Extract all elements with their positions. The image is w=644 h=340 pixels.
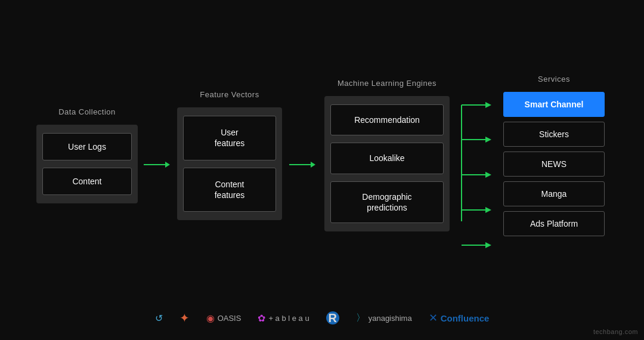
arrow-line-2: [289, 164, 311, 165]
svg-marker-4: [485, 137, 491, 143]
col-services: Services Smart Channel Stickers NEWS Man…: [494, 75, 614, 236]
logo-text-tableau: + a b l e a u: [268, 314, 309, 323]
arrow-line-1: [144, 164, 165, 165]
logo-icon-2: ✦: [179, 311, 190, 325]
data-collection-label: Data Collection: [58, 107, 116, 116]
demographic-item: Demographicpredictions: [330, 181, 444, 223]
feature-vectors-box: Userfeatures Contentfeatures: [177, 107, 282, 220]
logo-item-confluence: ✕ Confluence: [429, 311, 490, 324]
ml-engines-label: Machine Learning Engines: [338, 79, 436, 88]
user-logs-item: User Logs: [42, 133, 132, 160]
logo-text-yanagishima: yanagishima: [369, 314, 412, 323]
data-collection-box: User Logs Content: [36, 125, 138, 203]
ml-engines-box: Recommendation Lookalike Demographicpred…: [324, 96, 450, 231]
logo-icon-yanagishima: 〉: [356, 312, 366, 324]
col-feature-vectors: Feature Vectors Userfeatures Contentfeat…: [170, 90, 289, 220]
lookalike-item: Lookalike: [330, 143, 444, 174]
watermark: techbang.com: [593, 328, 638, 335]
services-list: Smart Channel Stickers NEWS Manga Ads Pl…: [503, 92, 605, 236]
logo-icon-confluence: ✕: [429, 311, 438, 324]
news-item: NEWS: [503, 152, 605, 177]
col-ml-engines: Machine Learning Engines Recommendation …: [315, 79, 459, 231]
arrow-dc-to-fv: [144, 143, 170, 168]
svg-marker-10: [485, 242, 491, 248]
arrow-single-1: [144, 162, 170, 168]
logo-icon-r: R: [326, 311, 339, 324]
content-features-item: Contentfeatures: [183, 168, 276, 212]
arrow-head-1: [165, 162, 170, 168]
logo-item-1: ↺: [155, 313, 163, 324]
logo-icon-oasis: ◉: [206, 313, 215, 324]
logo-item-r: R: [326, 311, 339, 324]
ads-platform-item: Ads Platform: [503, 211, 605, 236]
logo-icon-tableau: ✿: [258, 313, 265, 324]
user-features-item: Userfeatures: [183, 116, 276, 160]
fanout-svg: [459, 69, 494, 260]
arrow-single-2: [289, 162, 315, 168]
manga-item: Manga: [503, 181, 605, 206]
diagram-container: Data Collection User Logs Content Featur…: [0, 0, 644, 340]
logo-item-yanagishima: 〉 yanagishima: [356, 312, 412, 324]
col-data-collection: Data Collection User Logs Content: [30, 107, 144, 203]
logo-icon-1: ↺: [155, 313, 163, 324]
arrow-fv-to-ml: [289, 143, 315, 168]
logo-text-confluence: Confluence: [441, 313, 490, 323]
logo-item-tableau: ✿ + a b l e a u: [258, 313, 309, 324]
svg-marker-8: [485, 207, 491, 213]
svg-marker-6: [485, 172, 491, 178]
feature-vectors-label: Feature Vectors: [200, 90, 259, 99]
fanout-arrows: [459, 69, 494, 260]
logo-item-2: ✦: [179, 311, 190, 325]
recommendation-item: Recommendation: [330, 104, 444, 135]
logo-text-oasis: OASIS: [218, 314, 242, 323]
svg-marker-2: [485, 102, 491, 108]
services-label: Services: [538, 75, 570, 84]
smart-channel-item: Smart Channel: [503, 92, 605, 117]
arrow-head-2: [311, 162, 315, 168]
content-item: Content: [42, 168, 132, 195]
main-area: Data Collection User Logs Content Featur…: [0, 0, 644, 304]
stickers-item: Stickers: [503, 122, 605, 147]
logo-item-oasis: ◉ OASIS: [206, 313, 242, 324]
footer-logos: ↺ ✦ ◉ OASIS ✿ + a b l e a u R 〉 yanagish…: [0, 304, 644, 340]
